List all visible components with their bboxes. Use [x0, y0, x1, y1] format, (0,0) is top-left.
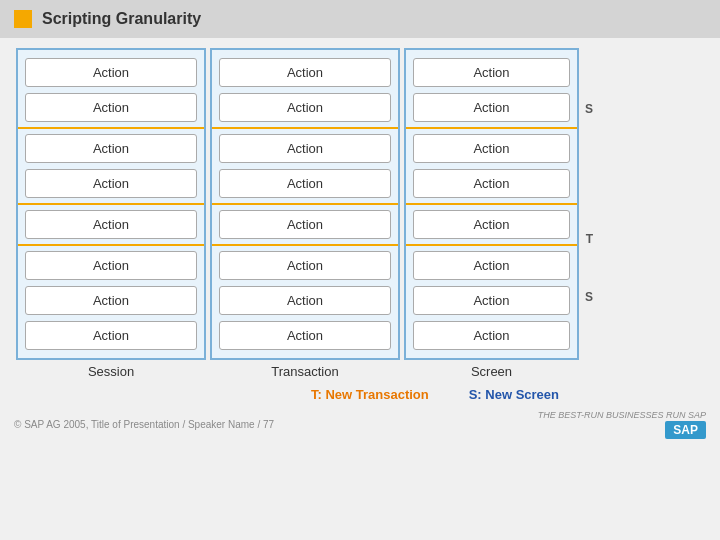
action-row: Action — [413, 90, 570, 125]
orange-divider — [406, 203, 577, 205]
action-row: Action — [219, 166, 391, 201]
action-cell[interactable]: Action — [25, 134, 197, 163]
action-row: Action — [219, 283, 391, 318]
footer: © SAP AG 2005, Title of Presentation / S… — [0, 406, 720, 443]
orange-divider — [406, 127, 577, 129]
transaction-box: Action Action Action Action Action — [210, 48, 400, 360]
tagline-text: THE BEST-RUN BUSINESSES RUN SAP — [538, 410, 706, 420]
s-label-2: S — [585, 290, 593, 304]
legend-row: T: New Transaction S: New Screen — [164, 387, 706, 402]
action-row: Action — [219, 318, 391, 353]
action-cell[interactable]: Action — [413, 93, 570, 122]
action-row: Action — [25, 248, 197, 283]
action-row: Action — [413, 55, 570, 90]
action-cell[interactable]: Action — [25, 169, 197, 198]
orange-divider — [18, 203, 204, 205]
action-cell[interactable]: Action — [219, 169, 391, 198]
action-row: Action — [413, 131, 570, 166]
session-label: Session — [16, 364, 206, 379]
screen-label: Screen — [404, 364, 579, 379]
action-row: Action — [413, 166, 570, 201]
action-row: Action — [413, 283, 570, 318]
action-cell[interactable]: Action — [413, 210, 570, 239]
header: Scripting Granularity — [0, 0, 720, 38]
action-row: Action — [25, 55, 197, 90]
orange-divider — [18, 127, 204, 129]
action-cell[interactable]: Action — [25, 251, 197, 280]
action-cell[interactable]: Action — [25, 93, 197, 122]
action-cell[interactable]: Action — [25, 286, 197, 315]
action-cell[interactable]: Action — [219, 93, 391, 122]
grid-container: Action Action Action Action Action — [14, 46, 706, 381]
action-cell[interactable]: Action — [25, 210, 197, 239]
action-cell[interactable]: Action — [25, 58, 197, 87]
transaction-column: Action Action Action Action Action — [210, 48, 400, 379]
t-label: T — [586, 232, 593, 246]
action-row: Action — [25, 90, 197, 125]
action-row: Action — [413, 207, 570, 242]
header-icon — [14, 10, 32, 28]
action-cell[interactable]: Action — [413, 134, 570, 163]
action-row: Action — [413, 248, 570, 283]
legend-s-new-screen: S: New Screen — [469, 387, 559, 402]
screen-column: Action Action S Action Action T — [404, 48, 579, 379]
action-cell[interactable]: Action — [219, 321, 391, 350]
orange-divider — [18, 244, 204, 246]
orange-divider — [212, 127, 398, 129]
sap-area: THE BEST-RUN BUSINESSES RUN SAP SAP — [538, 410, 706, 439]
action-cell[interactable]: Action — [219, 58, 391, 87]
action-row: Action — [219, 55, 391, 90]
action-row: Action — [219, 131, 391, 166]
session-box: Action Action Action Action Action — [16, 48, 206, 360]
orange-divider — [406, 244, 577, 246]
action-cell[interactable]: Action — [413, 58, 570, 87]
action-row: Action — [25, 207, 197, 242]
transaction-label: Transaction — [210, 364, 400, 379]
action-cell[interactable]: Action — [25, 321, 197, 350]
action-cell[interactable]: Action — [413, 169, 570, 198]
orange-divider — [212, 244, 398, 246]
action-cell[interactable]: Action — [413, 251, 570, 280]
action-row: Action — [25, 283, 197, 318]
action-cell[interactable]: Action — [219, 251, 391, 280]
action-row: Action — [219, 207, 391, 242]
action-row: Action — [413, 318, 570, 353]
action-cell[interactable]: Action — [219, 134, 391, 163]
main-content: Action Action Action Action Action — [0, 38, 720, 402]
action-row: Action — [25, 166, 197, 201]
legend-t-new-transaction: T: New Transaction — [311, 387, 429, 402]
session-column: Action Action Action Action Action — [16, 48, 206, 379]
action-cell[interactable]: Action — [219, 286, 391, 315]
sap-logo: SAP — [665, 421, 706, 439]
action-cell[interactable]: Action — [413, 321, 570, 350]
action-cell[interactable]: Action — [219, 210, 391, 239]
action-row: Action — [219, 90, 391, 125]
orange-divider — [212, 203, 398, 205]
action-cell[interactable]: Action — [413, 286, 570, 315]
page-title: Scripting Granularity — [42, 10, 201, 28]
action-row: Action — [25, 131, 197, 166]
screen-box: Action Action S Action Action T — [404, 48, 579, 360]
copyright-text: © SAP AG 2005, Title of Presentation / S… — [14, 419, 274, 430]
s-label-1: S — [585, 102, 593, 116]
action-row: Action — [219, 248, 391, 283]
action-row: Action — [25, 318, 197, 353]
